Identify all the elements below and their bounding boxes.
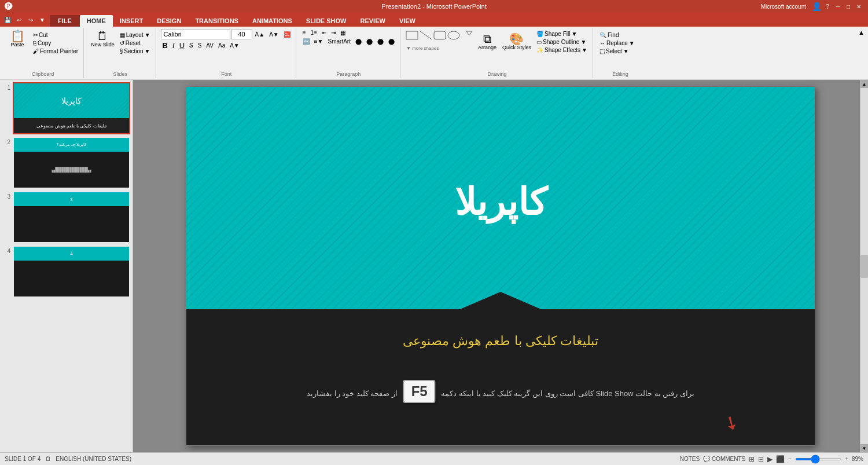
- minimize-button[interactable]: ─: [833, 2, 843, 10]
- view-normal-button[interactable]: ⊞: [749, 455, 755, 463]
- bullets-button[interactable]: ≡: [301, 29, 308, 36]
- slide-1-container: 1 کاپریلا تبلیغات کلیکی با طعم هوش مصنوع…: [2, 82, 130, 134]
- svg-point-3: [448, 31, 459, 39]
- arrange-button[interactable]: ⧉ Arrange: [476, 32, 499, 52]
- replace-icon: ↔: [599, 40, 605, 46]
- tab-animations[interactable]: ANIMATIONS: [245, 15, 299, 27]
- paragraph-group: ≡ 1≡ ⇤ ⇥ ▦ 🔤 ≡▼ SmartArt ⬤ ⬤ ⬤ ⬤ Paragra…: [297, 28, 400, 78]
- undo-qat-button[interactable]: ↩: [14, 14, 24, 25]
- slide-2-thumb[interactable]: کاپریلا چه می‌کند؟ ████████████████████ …: [13, 137, 130, 189]
- numbering-button[interactable]: 1≡: [309, 29, 319, 36]
- paragraph-label: Paragraph: [336, 71, 361, 77]
- slide-3-thumb[interactable]: 3: [13, 191, 130, 243]
- tab-home[interactable]: HOME: [80, 15, 113, 27]
- scroll-up-button[interactable]: ▲: [860, 80, 868, 88]
- close-button[interactable]: ✕: [854, 2, 863, 10]
- customize-qat-button[interactable]: ▼: [37, 14, 47, 25]
- view-slideshow-button[interactable]: ⬛: [776, 455, 785, 463]
- redo-qat-button[interactable]: ↪: [25, 14, 36, 25]
- slide-4-thumb[interactable]: 4: [13, 246, 130, 298]
- paste-icon: 📋: [10, 30, 25, 42]
- format-painter-icon: 🖌: [33, 48, 39, 54]
- slide-canvas[interactable]: کاپریلا تبلیغات کلیکی با طعم هوش مصنوعی …: [186, 87, 815, 446]
- align-right-button[interactable]: ⬤: [376, 38, 385, 45]
- tab-review[interactable]: REVIEW: [353, 15, 392, 27]
- find-button[interactable]: 🔍 Find: [598, 31, 637, 39]
- font-color-button[interactable]: A▼: [228, 42, 241, 49]
- reset-button[interactable]: ↺ Reset: [118, 39, 152, 47]
- slide-2-number: 2: [2, 137, 10, 145]
- quick-styles-button[interactable]: 🎨 Quick Styles: [500, 32, 534, 52]
- zoom-in-button[interactable]: +: [845, 456, 848, 462]
- zoom-slider[interactable]: [795, 458, 841, 460]
- help-button[interactable]: ?: [823, 2, 832, 10]
- change-case-button[interactable]: Aa: [216, 42, 227, 49]
- view-reading-button[interactable]: ▶: [767, 455, 773, 463]
- paste-button[interactable]: 📋 Paste: [6, 29, 29, 49]
- justify-button[interactable]: ⬤: [387, 38, 396, 45]
- bottom-text-before: برای رفتن به حالت Slide Show کافی است رو…: [439, 389, 694, 398]
- format-painter-button[interactable]: 🖌 Format Painter: [31, 47, 80, 55]
- align-left-button[interactable]: ⬤: [354, 38, 363, 45]
- tab-slideshow[interactable]: SLIDE SHOW: [299, 15, 354, 27]
- shape-outline-button[interactable]: ▭ Shape Outline ▼: [535, 38, 589, 46]
- shape-outline-icon: ▭: [536, 39, 542, 45]
- clear-formatting-button[interactable]: 🆑: [282, 31, 292, 38]
- align-center-button[interactable]: ⬤: [365, 38, 374, 45]
- slide-subtitle: تبلیغات کلیکی با طعم هوش مصنوعی: [403, 334, 598, 348]
- user-icon: 👤: [812, 2, 822, 11]
- save-qat-button[interactable]: 💾: [2, 14, 13, 25]
- tab-design[interactable]: DESIGN: [150, 15, 188, 27]
- slide-2-container: 2 کاپریلا چه می‌کند؟ ███████████████████…: [2, 137, 130, 189]
- layout-button[interactable]: ▦ Layout ▼: [118, 31, 152, 39]
- slide-panel: 1 کاپریلا تبلیغات کلیکی با طعم هوش مصنوع…: [0, 80, 133, 452]
- zoom-out-button[interactable]: −: [788, 456, 792, 462]
- tab-insert[interactable]: INSERT: [113, 15, 150, 27]
- copy-button[interactable]: ⎘ Copy: [31, 39, 80, 47]
- underline-button[interactable]: U: [178, 41, 186, 50]
- collapse-ribbon-button[interactable]: ▲: [857, 28, 866, 37]
- tab-file[interactable]: FILE: [50, 15, 80, 27]
- align-text-button[interactable]: ≡▼: [312, 38, 325, 45]
- tab-view[interactable]: VIEW: [392, 15, 422, 27]
- bold-button[interactable]: B: [161, 41, 170, 50]
- select-button[interactable]: ⬚ Select ▼: [598, 47, 637, 55]
- zoom-level: 89%: [852, 456, 863, 462]
- font-label: Font: [221, 71, 231, 77]
- columns-button[interactable]: ▦: [339, 29, 347, 36]
- decrease-indent-button[interactable]: ⇤: [320, 29, 328, 36]
- copy-icon: ⎘: [33, 40, 36, 46]
- layout-icon: ▦: [120, 32, 125, 38]
- comments-button[interactable]: 💬 COMMENTS: [703, 456, 745, 462]
- char-spacing-button[interactable]: AV: [204, 42, 215, 49]
- shape-fill-button[interactable]: 🪣 Shape Fill ▼: [535, 30, 589, 38]
- maximize-button[interactable]: □: [844, 2, 853, 10]
- scroll-down-button[interactable]: ▼: [860, 444, 868, 452]
- section-button[interactable]: § Section ▼: [118, 47, 152, 55]
- font-group: A▲ A▼ 🆑 B I U S S AV Aa A▼ Font: [157, 28, 296, 78]
- window-title: Presentation2 - Microsoft PowerPoint: [381, 3, 487, 10]
- font-size-input[interactable]: [231, 29, 252, 39]
- reset-icon: ↺: [120, 40, 124, 46]
- new-slide-button[interactable]: 🗒 New Slide: [89, 29, 117, 49]
- font-decrease-button[interactable]: A▼: [267, 31, 281, 38]
- tab-transitions[interactable]: TRANSITIONS: [188, 15, 245, 27]
- cut-button[interactable]: ✂ Cut: [31, 31, 80, 39]
- text-direction-button[interactable]: 🔤: [301, 38, 311, 45]
- view-slide-sorter-button[interactable]: ⊟: [758, 455, 764, 463]
- replace-button[interactable]: ↔ Replace ▼: [598, 39, 637, 47]
- font-increase-button[interactable]: A▲: [253, 31, 267, 38]
- notes-button[interactable]: NOTES: [680, 456, 700, 462]
- shape-effects-button[interactable]: ✨ Shape Effects ▼: [535, 46, 589, 54]
- convert-smartart-button[interactable]: SmartArt: [326, 38, 352, 45]
- text-shadow-button[interactable]: S: [196, 42, 204, 49]
- select-icon: ⬚: [599, 48, 605, 54]
- scroll-thumb[interactable]: [860, 255, 868, 278]
- slide-1-number: 1: [2, 82, 10, 91]
- increase-indent-button[interactable]: ⇥: [329, 29, 337, 36]
- italic-button[interactable]: I: [171, 41, 176, 50]
- font-name-input[interactable]: [161, 29, 230, 39]
- slide-1-thumb[interactable]: کاپریلا تبلیغات کلیکی با طعم هوش مصنوعی: [13, 82, 130, 134]
- strikethrough-button[interactable]: S: [187, 42, 195, 49]
- vertical-scrollbar[interactable]: ▲ ▼: [860, 80, 868, 452]
